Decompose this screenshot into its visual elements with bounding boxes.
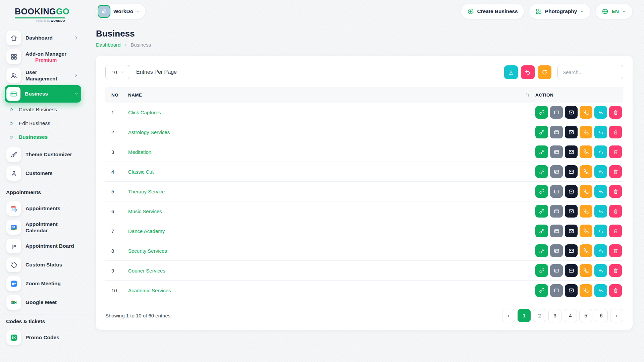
sidebar-item-theme-customizer[interactable]: Theme Customizer	[5, 145, 81, 164]
business-name-link[interactable]: Academic Services	[128, 288, 171, 293]
row-restore-button[interactable]	[594, 165, 607, 178]
sidebar-item-dashboard[interactable]: Dashboard	[5, 29, 81, 47]
row-payment-button[interactable]	[550, 185, 563, 198]
row-delete-button[interactable]	[609, 205, 622, 218]
row-link-button[interactable]	[535, 205, 548, 218]
row-delete-button[interactable]	[609, 106, 622, 119]
sidebar-item-customers[interactable]: Customers	[5, 164, 81, 182]
sort-icon[interactable]	[525, 93, 530, 97]
row-email-button[interactable]	[565, 244, 578, 257]
row-restore-button[interactable]	[594, 145, 607, 158]
row-restore-button[interactable]	[594, 126, 607, 138]
row-call-button[interactable]	[580, 205, 592, 218]
export-button[interactable]	[504, 65, 518, 79]
row-delete-button[interactable]	[609, 225, 622, 237]
row-link-button[interactable]	[535, 165, 548, 178]
entries-per-page-select[interactable]: 10	[105, 65, 130, 79]
row-email-button[interactable]	[565, 145, 578, 158]
workspace-switcher[interactable]: WorkDo	[96, 4, 146, 19]
language-dropdown[interactable]: EN	[595, 4, 633, 19]
business-name-link[interactable]: Music Services	[128, 208, 162, 214]
business-name-link[interactable]: Meditation	[128, 149, 151, 155]
sidebar-item-business[interactable]: Business	[5, 85, 81, 103]
row-email-button[interactable]	[565, 106, 578, 119]
business-name-link[interactable]: Classic Cut	[128, 169, 154, 175]
sidebar-item-businesses[interactable]: Businesses	[5, 132, 81, 142]
row-call-button[interactable]	[580, 165, 592, 178]
sidebar-item-appointment-calendar[interactable]: 31Appointment Calendar	[5, 218, 81, 236]
row-call-button[interactable]	[580, 185, 592, 198]
business-name-link[interactable]: Astrology Services	[128, 129, 170, 135]
row-call-button[interactable]	[580, 264, 592, 277]
row-email-button[interactable]	[565, 205, 578, 218]
sidebar-item-create-business[interactable]: Create Business	[5, 104, 81, 115]
row-link-button[interactable]	[535, 126, 548, 138]
row-email-button[interactable]	[565, 264, 578, 277]
business-name-link[interactable]: Dance Academy	[128, 228, 165, 234]
row-link-button[interactable]	[535, 264, 548, 277]
row-call-button[interactable]	[580, 284, 592, 297]
undo-button[interactable]	[521, 65, 535, 79]
sidebar-item-google-meet[interactable]: Google Meet	[5, 293, 81, 311]
row-payment-button[interactable]	[550, 165, 563, 178]
row-delete-button[interactable]	[609, 145, 622, 158]
row-restore-button[interactable]	[594, 264, 607, 277]
row-payment-button[interactable]	[550, 284, 563, 297]
row-email-button[interactable]	[565, 165, 578, 178]
row-payment-button[interactable]	[550, 264, 563, 277]
search-input[interactable]	[557, 65, 623, 79]
row-delete-button[interactable]	[609, 126, 622, 138]
row-restore-button[interactable]	[594, 205, 607, 218]
row-restore-button[interactable]	[594, 106, 607, 119]
category-dropdown[interactable]: Photography	[529, 4, 591, 19]
pagination-page-6-button[interactable]: 6	[595, 309, 608, 322]
business-name-link[interactable]: Therapy Service	[128, 189, 165, 194]
sidebar-item-edit-business[interactable]: Edit Business	[5, 118, 81, 129]
row-email-button[interactable]	[565, 126, 578, 138]
row-link-button[interactable]	[535, 185, 548, 198]
business-name-link[interactable]: Security Services	[128, 248, 167, 254]
row-payment-button[interactable]	[550, 225, 563, 237]
row-link-button[interactable]	[535, 145, 548, 158]
row-email-button[interactable]	[565, 185, 578, 198]
row-restore-button[interactable]	[594, 284, 607, 297]
row-delete-button[interactable]	[609, 185, 622, 198]
row-payment-button[interactable]	[550, 205, 563, 218]
pagination-page-2-button[interactable]: 2	[533, 309, 546, 322]
sidebar-item-appointment-board[interactable]: Appointment Board	[5, 237, 81, 255]
row-call-button[interactable]	[580, 106, 592, 119]
row-call-button[interactable]	[580, 225, 592, 237]
business-name-link[interactable]: Courier Services	[128, 268, 165, 274]
sidebar-item-user-management[interactable]: User Management	[5, 66, 81, 84]
row-payment-button[interactable]	[550, 126, 563, 138]
sidebar-item-custom-status[interactable]: Custom Status	[5, 256, 81, 274]
pagination-page-5-button[interactable]: 5	[579, 309, 592, 322]
pagination-page-1-button[interactable]: 1	[518, 309, 531, 322]
row-payment-button[interactable]	[550, 145, 563, 158]
row-link-button[interactable]	[535, 244, 548, 257]
row-payment-button[interactable]	[550, 106, 563, 119]
row-call-button[interactable]	[580, 244, 592, 257]
sidebar-item-zoom-meeting[interactable]: Zoom Meeting	[5, 275, 81, 293]
pagination-page-4-button[interactable]: 4	[564, 309, 577, 322]
row-delete-button[interactable]	[609, 244, 622, 257]
row-call-button[interactable]	[580, 126, 592, 138]
pagination-next-button[interactable]: ›	[610, 309, 623, 322]
sidebar-item-appointments[interactable]: Appointments	[5, 199, 81, 218]
row-restore-button[interactable]	[594, 185, 607, 198]
row-restore-button[interactable]	[594, 225, 607, 237]
row-delete-button[interactable]	[609, 165, 622, 178]
brand-logo[interactable]: BOOKINGGO Powered By WORKDO	[5, 0, 81, 24]
row-call-button[interactable]	[580, 145, 592, 158]
row-link-button[interactable]	[535, 284, 548, 297]
row-restore-button[interactable]	[594, 244, 607, 257]
row-delete-button[interactable]	[609, 284, 622, 297]
business-name-link[interactable]: Click Captures	[128, 110, 161, 115]
row-link-button[interactable]	[535, 106, 548, 119]
pagination-page-3-button[interactable]: 3	[548, 309, 561, 322]
row-link-button[interactable]	[535, 225, 548, 237]
create-business-button[interactable]: Create Business	[461, 4, 524, 19]
row-email-button[interactable]	[565, 284, 578, 297]
row-email-button[interactable]	[565, 225, 578, 237]
sidebar-item-promo-codes[interactable]: Promo Codes	[5, 328, 81, 347]
